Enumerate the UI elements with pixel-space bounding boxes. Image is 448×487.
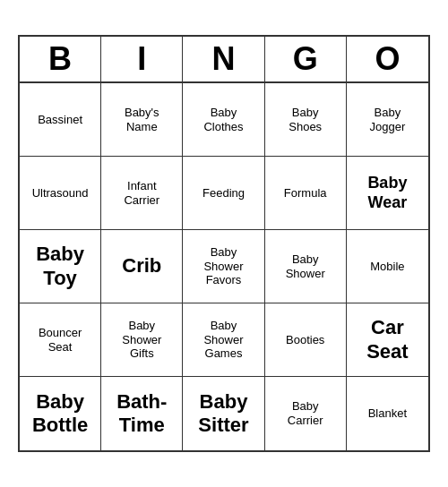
header-letter: B	[20, 37, 101, 81]
bingo-cell[interactable]: Booties	[265, 303, 347, 377]
bingo-grid: BassinetBaby'sNameBabyClothesBabyShoesBa…	[20, 83, 428, 450]
bingo-cell[interactable]: BabyClothes	[183, 83, 264, 157]
bingo-header: BINGO	[20, 37, 428, 83]
bingo-card: BINGO BassinetBaby'sNameBabyClothesBabyS…	[18, 35, 430, 452]
header-letter: O	[347, 37, 428, 81]
bingo-cell[interactable]: BabyShower	[265, 230, 347, 303]
bingo-cell[interactable]: Mobile	[347, 230, 428, 303]
bingo-cell[interactable]: Bath-Time	[101, 377, 183, 450]
header-letter: I	[101, 37, 183, 81]
bingo-cell[interactable]: BabyShowerFavors	[183, 230, 264, 303]
bingo-cell[interactable]: Formula	[265, 157, 347, 230]
bingo-cell[interactable]: BabyToy	[20, 230, 101, 303]
bingo-cell[interactable]: BabySitter	[183, 377, 264, 450]
header-letter: G	[265, 37, 347, 81]
header-letter: N	[183, 37, 264, 81]
bingo-cell[interactable]: Feeding	[183, 157, 264, 230]
bingo-cell[interactable]: Bassinet	[20, 83, 101, 157]
bingo-cell[interactable]: BabyBottle	[20, 377, 101, 450]
bingo-cell[interactable]: Baby'sName	[101, 83, 183, 157]
bingo-cell[interactable]: BabyShowerGifts	[101, 303, 183, 377]
bingo-cell[interactable]: BabyCarrier	[265, 377, 347, 450]
bingo-cell[interactable]: BouncerSeat	[20, 303, 101, 377]
bingo-cell[interactable]: Crib	[101, 230, 183, 303]
bingo-cell[interactable]: Blanket	[347, 377, 428, 450]
bingo-cell[interactable]: BabyJogger	[347, 83, 428, 157]
bingo-cell[interactable]: Ultrasound	[20, 157, 101, 230]
bingo-cell[interactable]: BabyShoes	[265, 83, 347, 157]
bingo-cell[interactable]: InfantCarrier	[101, 157, 183, 230]
bingo-cell[interactable]: CarSeat	[347, 303, 428, 377]
bingo-cell[interactable]: BabyWear	[347, 157, 428, 230]
bingo-cell[interactable]: BabyShowerGames	[183, 303, 264, 377]
